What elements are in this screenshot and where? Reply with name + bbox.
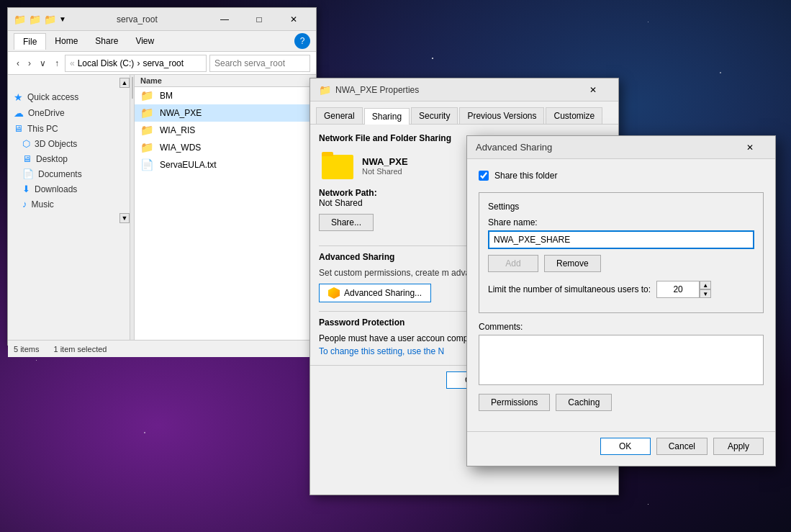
limit-label: Limit the number of simultaneous users t… [488, 284, 651, 294]
window-controls: — □ ✕ [208, 8, 310, 31]
comments-textarea[interactable] [479, 335, 764, 385]
limit-spinner: ▲ ▼ [656, 281, 711, 298]
explorer-titlebar: 📁 📁 📁 ▼ serva_root — □ ✕ [8, 8, 316, 31]
file-icon-serva-eula: 📄 [140, 158, 154, 171]
share-folder-name: NWA_PXE [362, 156, 408, 167]
tab-general[interactable]: General [316, 107, 363, 124]
share-name-row: Share name: [488, 217, 754, 249]
breadcrumb[interactable]: « Local Disk (C:) › serva_root [65, 55, 207, 72]
permissions-caching-row: Permissions Caching [479, 394, 764, 411]
share-folder-status: Not Shared [362, 167, 408, 176]
cloud-icon: ☁ [14, 107, 24, 119]
sidebar-item-quick-access[interactable]: ★ Quick access [8, 89, 130, 105]
file-item-serva-eula-label: ServaEULA.txt [160, 160, 217, 170]
properties-titlebar: 📁 NWA_PXE Properties ✕ [310, 78, 618, 102]
onedrive-label: OneDrive [28, 108, 65, 118]
advanced-sharing-dialog-buttons: OK Cancel Apply [467, 431, 775, 461]
file-item-wia-wds-label: WIA_WDS [160, 143, 201, 153]
file-list: Name 📁 BM 📁 NWA_PXE 📁 WIA_RIS 📁 WIA_WDS … [135, 75, 316, 340]
file-item-bm-label: BM [160, 91, 173, 101]
status-bar: 5 items 1 item selected [8, 340, 316, 357]
caching-button[interactable]: Caching [556, 394, 612, 411]
tab-view[interactable]: View [127, 33, 163, 49]
forward-button[interactable]: › [25, 57, 34, 70]
maximize-button[interactable]: □ [243, 8, 276, 31]
share-folder-checkbox[interactable] [479, 171, 489, 181]
sidebar-item-3d-objects[interactable]: ⬡ 3D Objects [8, 136, 130, 151]
advanced-sharing-btn-label: Advanced Sharing... [344, 288, 422, 298]
sidebar-item-documents[interactable]: 📄 Documents [8, 166, 130, 181]
adv-ok-button[interactable]: OK [600, 438, 651, 455]
tab-file[interactable]: File [14, 33, 46, 50]
adv-cancel-button[interactable]: Cancel [656, 438, 708, 455]
properties-close-button[interactable]: ✕ [577, 78, 610, 102]
scroll-down-button[interactable]: ▼ [119, 213, 130, 223]
properties-title: NWA_PXE Properties [335, 85, 577, 95]
spin-down-button[interactable]: ▼ [700, 289, 711, 298]
this-pc-label: This PC [27, 124, 58, 134]
folder-icon-wia-wds: 📁 [140, 141, 154, 154]
sidebar-item-music[interactable]: ♪ Music [8, 197, 130, 212]
add-button[interactable]: Add [488, 255, 538, 272]
file-item-bm[interactable]: 📁 BM [135, 87, 316, 104]
add-remove-row: Add Remove [488, 255, 754, 272]
dropdown-arrow-icon: ▼ [59, 15, 66, 23]
folder-icon-bm: 📁 [140, 89, 154, 102]
file-item-nwa-pxe[interactable]: 📁 NWA_PXE [135, 104, 316, 122]
share-name-label: Share name: [488, 217, 754, 227]
share-info: NWA_PXE Not Shared [362, 156, 408, 176]
folder-icon-nwa-pxe: 📁 [140, 107, 154, 120]
music-icon: ♪ [22, 199, 27, 209]
limit-input[interactable] [656, 281, 700, 298]
file-item-wia-ris[interactable]: 📁 WIA_RIS [135, 122, 316, 139]
file-list-header: Name [135, 75, 316, 87]
advanced-sharing-title: Advanced Sharing [476, 142, 733, 153]
file-item-serva-eula[interactable]: 📄 ServaEULA.txt [135, 156, 316, 173]
advanced-sharing-button[interactable]: Advanced Sharing... [319, 284, 431, 302]
tab-share[interactable]: Share [86, 33, 127, 49]
comments-row: Comments: [479, 322, 764, 388]
3d-objects-label: 3D Objects [35, 139, 77, 149]
ribbon: File Home Share View ? [8, 31, 316, 52]
tab-security[interactable]: Security [411, 107, 458, 124]
search-input[interactable] [209, 55, 310, 72]
breadcrumb-local-disk: Local Disk (C:) [78, 58, 135, 68]
spinner-controls: ▲ ▼ [700, 281, 711, 298]
explorer-window-title: serva_root [66, 14, 208, 24]
sidebar-item-onedrive[interactable]: ☁ OneDrive [8, 105, 130, 121]
help-button[interactable]: ? [294, 33, 310, 49]
remove-button[interactable]: Remove [544, 255, 601, 272]
properties-folder-icon: 📁 [319, 84, 331, 96]
recent-button[interactable]: ∨ [37, 57, 49, 70]
sidebar-item-this-pc[interactable]: 🖥 This PC [8, 121, 130, 136]
sidebar-item-downloads[interactable]: ⬇ Downloads [8, 181, 130, 197]
permissions-button[interactable]: Permissions [479, 394, 550, 411]
settings-box: Settings Share name: Add Remove Limit th… [479, 192, 764, 313]
advanced-sharing-close-button[interactable]: ✕ [733, 136, 767, 159]
tab-home[interactable]: Home [46, 33, 86, 49]
properties-tab-bar: General Sharing Security Previous Versio… [310, 102, 618, 125]
sidebar-item-desktop[interactable]: 🖥 Desktop [8, 151, 130, 166]
music-label: Music [32, 199, 54, 209]
tab-sharing[interactable]: Sharing [364, 108, 410, 125]
limit-row: Limit the number of simultaneous users t… [488, 281, 754, 298]
nav-bar: ‹ › ∨ ↑ « Local Disk (C:) › serva_root [8, 52, 316, 75]
close-button[interactable]: ✕ [277, 8, 310, 31]
comments-label: Comments: [479, 322, 764, 332]
spin-up-button[interactable]: ▲ [700, 281, 711, 289]
back-button[interactable]: ‹ [14, 57, 22, 70]
minimize-button[interactable]: — [208, 8, 241, 31]
folder-icon-wia-ris: 📁 [140, 124, 154, 137]
share-folder-checkbox-label: Share this folder [494, 171, 557, 181]
tab-customize[interactable]: Customize [546, 107, 602, 124]
file-item-wia-wds[interactable]: 📁 WIA_WDS [135, 139, 316, 156]
share-name-input[interactable] [488, 230, 754, 249]
scroll-up-button[interactable]: ▲ [119, 78, 130, 88]
share-button[interactable]: Share... [319, 214, 374, 231]
titlebar-app-icons: 📁 📁 📁 ▼ [14, 14, 66, 25]
name-column-header: Name [140, 76, 162, 85]
adv-apply-button[interactable]: Apply [713, 438, 764, 455]
up-button[interactable]: ↑ [52, 57, 62, 70]
tab-previous-versions[interactable]: Previous Versions [459, 107, 544, 124]
3d-icon: ⬡ [22, 138, 30, 149]
